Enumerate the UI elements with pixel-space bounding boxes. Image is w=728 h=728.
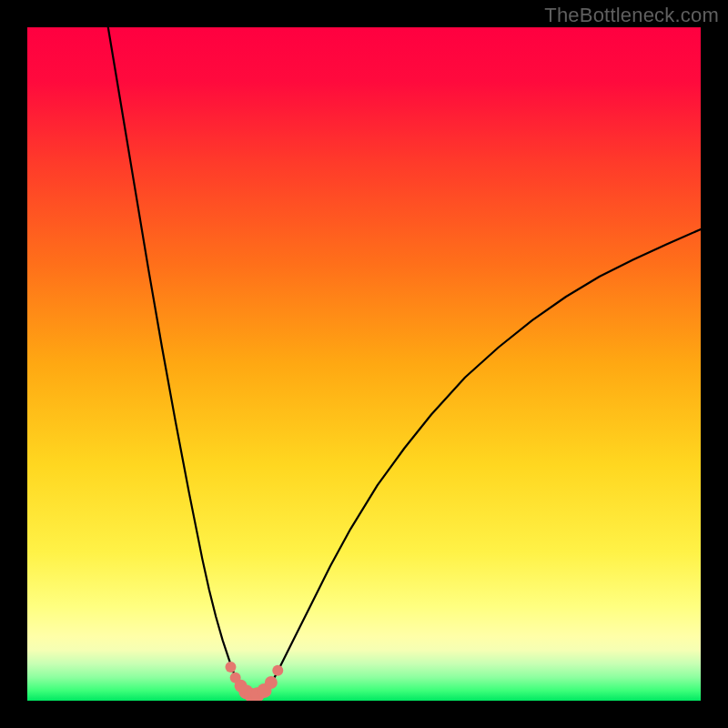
watermark-text: TheBottleneck.com — [544, 4, 719, 27]
gradient-background — [27, 27, 701, 701]
valley-marker — [225, 662, 236, 672]
bottleneck-curve-chart — [27, 27, 701, 701]
valley-marker — [265, 676, 278, 689]
plot-area — [27, 27, 701, 701]
valley-marker — [272, 665, 283, 676]
chart-container: TheBottleneck.com — [0, 0, 728, 728]
